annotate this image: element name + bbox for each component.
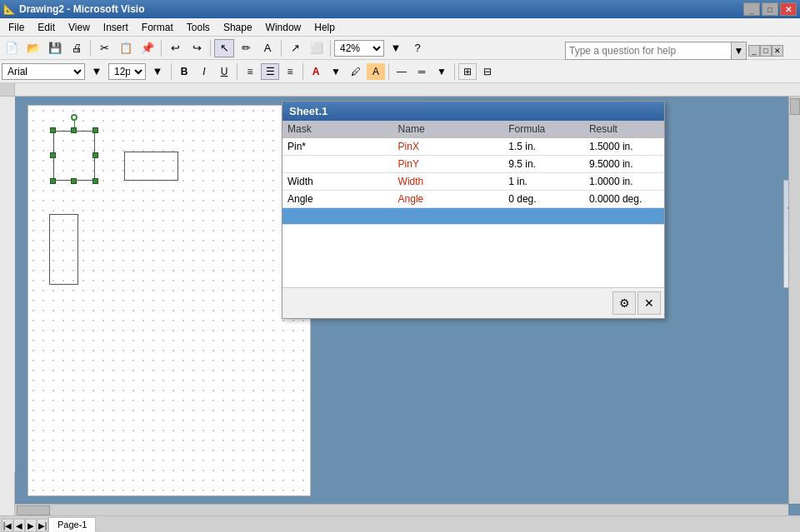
pointer-tool[interactable]: ↖	[214, 39, 234, 57]
drawing-page	[28, 105, 311, 496]
fontsize-dropdown[interactable]: ▼	[148, 62, 168, 81]
more-format-button[interactable]: ▼	[432, 63, 451, 80]
horizontal-scrollbar[interactable]	[15, 504, 788, 515]
menu-tools[interactable]: Tools	[180, 20, 217, 35]
canvas-area[interactable]: Sheet.1 Mask Name Formula Result Pi	[15, 97, 800, 515]
row4-name: Angle	[393, 191, 504, 208]
page-first-button[interactable]: |◀	[2, 519, 13, 532]
vscroll-thumb[interactable]	[790, 98, 800, 115]
connector-tool[interactable]: ↗	[285, 39, 305, 57]
undo-button[interactable]: ↩	[165, 39, 185, 57]
fmt-sep2	[237, 63, 238, 80]
sep4	[281, 40, 282, 57]
fontsize-selector[interactable]: 12pt.	[108, 63, 146, 80]
rectangle-shape[interactable]	[124, 152, 178, 181]
print-button[interactable]: 🖨	[67, 39, 87, 57]
align-right-button[interactable]: ≡	[281, 63, 299, 80]
tall-rectangle-shape[interactable]	[49, 214, 78, 285]
menu-format[interactable]: Format	[135, 20, 180, 35]
handle-tr[interactable]	[92, 127, 98, 133]
underline-button[interactable]: U	[215, 63, 233, 80]
redo-button[interactable]: ↪	[187, 39, 207, 57]
menu-file[interactable]: File	[2, 20, 31, 35]
bold-button[interactable]: B	[175, 63, 193, 80]
ruler-corner	[0, 83, 15, 97]
table-row[interactable]: Angle Angle 0 deg. 0.0000 deg.	[282, 191, 664, 208]
handle-br[interactable]	[92, 178, 98, 184]
help-dropdown-button[interactable]: ▼	[732, 42, 747, 60]
line-weight-button[interactable]: ═	[412, 63, 431, 80]
row3-formula: 1 in.	[503, 173, 584, 191]
help-minimize[interactable]: _	[748, 45, 760, 57]
fill-button[interactable]: A	[367, 63, 385, 80]
handle-bl[interactable]	[50, 178, 56, 184]
save-button[interactable]: 💾	[45, 39, 65, 57]
shapesheet-body[interactable]: Mask Name Formula Result Pin* PinX 1.5 i…	[282, 121, 664, 287]
zoom-selector[interactable]: 42%	[334, 40, 384, 57]
row2-name: PinY	[393, 156, 504, 173]
menu-insert[interactable]: Insert	[97, 20, 135, 35]
row2-formula: 9.5 in.	[503, 156, 584, 173]
fmt-sep5	[454, 63, 455, 80]
selected-shape[interactable]	[53, 131, 95, 181]
page-tab-1[interactable]: Page-1	[48, 517, 96, 532]
menu-view[interactable]: View	[62, 20, 97, 35]
minimize-button[interactable]: _	[743, 2, 760, 16]
pencil-tool[interactable]: ✏	[236, 39, 256, 57]
main-area: Sheet.1 Mask Name Formula Result Pi	[0, 97, 800, 515]
paste-button[interactable]: 📌	[138, 39, 158, 57]
restore-button[interactable]: □	[762, 2, 778, 16]
row1-name: PinX	[393, 138, 504, 156]
page-canvas[interactable]	[28, 106, 310, 495]
help-close[interactable]: ✕	[772, 45, 783, 57]
font-color-arrow[interactable]: ▼	[327, 63, 345, 80]
menu-edit[interactable]: Edit	[31, 20, 62, 35]
handle-tl[interactable]	[50, 127, 56, 133]
handle-tm[interactable]	[71, 127, 77, 133]
table-button[interactable]: ⊞	[458, 63, 477, 80]
menu-shape[interactable]: Shape	[217, 20, 259, 35]
table-row[interactable]: Width Width 1 in. 1.0000 in.	[282, 173, 664, 191]
cut-button[interactable]: ✂	[94, 39, 114, 57]
align-left-button[interactable]: ≡	[241, 63, 259, 80]
text-tool[interactable]: A	[258, 39, 278, 57]
table-row[interactable]: PinY 9.5 in. 9.5000 in.	[282, 156, 664, 173]
new-button[interactable]: 📄	[2, 39, 22, 57]
page-last-button[interactable]: ▶|	[37, 519, 48, 532]
shapesheet-close-button[interactable]: ✕	[638, 291, 661, 315]
menu-help[interactable]: Help	[308, 20, 342, 35]
menu-window[interactable]: Window	[259, 20, 308, 35]
table-row[interactable]: Pin* PinX 1.5 in. 1.5000 in.	[282, 138, 664, 156]
page-next-button[interactable]: ▶	[25, 519, 37, 532]
copy-button[interactable]: 📋	[116, 39, 136, 57]
font-dropdown[interactable]: ▼	[87, 62, 107, 81]
line-style-button[interactable]: —	[392, 63, 411, 80]
handle-ml[interactable]	[50, 152, 56, 158]
italic-button[interactable]: I	[195, 63, 213, 80]
highlight-button[interactable]: 🖊	[347, 63, 365, 80]
font-color-button[interactable]: A	[307, 63, 325, 80]
sep5	[330, 40, 331, 57]
toolbar-format: Arial ▼ 12pt. ▼ B I U ≡ ☰ ≡ A ▼ 🖊 A — ═ …	[0, 60, 800, 83]
help-button[interactable]: ?	[408, 39, 428, 57]
help-window-controls: _ □ ✕	[748, 45, 783, 57]
col-name: Name	[393, 121, 504, 138]
shape-tool[interactable]: ⬜	[307, 39, 327, 57]
vertical-ruler	[0, 97, 15, 515]
handle-bm[interactable]	[71, 178, 77, 184]
handle-mr[interactable]	[92, 152, 98, 158]
open-button[interactable]: 📂	[23, 39, 43, 57]
zoom-dropdown[interactable]: ▼	[386, 39, 406, 57]
hscroll-thumb[interactable]	[17, 505, 50, 515]
help-input[interactable]	[565, 42, 732, 60]
align-center-button[interactable]: ☰	[261, 63, 279, 80]
col-mask: Mask	[282, 121, 393, 138]
extra-button[interactable]: ⊟	[478, 63, 497, 80]
settings-button[interactable]: ⚙	[612, 291, 636, 315]
close-button[interactable]: ✕	[780, 2, 797, 16]
font-selector[interactable]: Arial	[2, 63, 85, 80]
vertical-scrollbar[interactable]	[788, 97, 800, 504]
table-row-selected[interactable]	[282, 208, 664, 225]
help-restore[interactable]: □	[760, 45, 772, 57]
page-prev-button[interactable]: ◀	[13, 519, 25, 532]
